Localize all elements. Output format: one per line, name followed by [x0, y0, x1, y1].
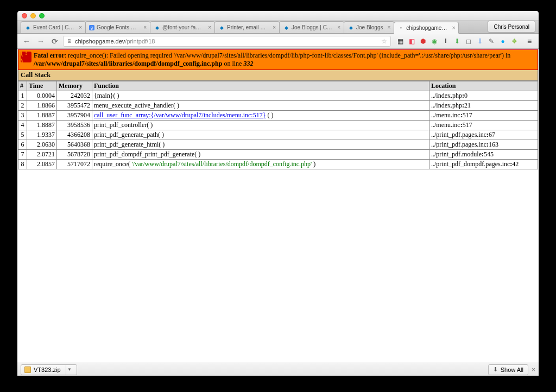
url-text: chipshopgame.dev/printpdf/18 — [75, 38, 378, 45]
row-time: 2.0630 — [27, 140, 57, 150]
col-time: Time — [27, 81, 57, 91]
row-num: 5 — [18, 130, 27, 140]
show-all-downloads-button[interactable]: ⬇ Show All — [488, 364, 528, 375]
row-location: ../index.php:21 — [429, 101, 538, 111]
minimize-window-button[interactable] — [30, 13, 36, 18]
row-time: 1.8887 — [27, 111, 57, 121]
row-num: 7 — [18, 150, 27, 160]
drupal-icon: ◆ — [348, 24, 354, 31]
row-memory: 5717072 — [57, 160, 92, 169]
chrome-menu-button[interactable]: ≡ — [523, 36, 535, 47]
zoom-window-button[interactable] — [39, 13, 45, 18]
forward-button[interactable]: → — [35, 36, 47, 47]
callstack-header: Call Stack — [18, 70, 538, 81]
row-num: 4 — [18, 121, 27, 130]
function-link[interactable]: call_user_func_array:{/var/www/drupal7/i… — [94, 111, 266, 119]
tab-font-your-face[interactable]: ◆ @font-your-face settings × — [150, 21, 215, 33]
zip-file-icon — [24, 366, 31, 373]
row-function: print_pdf_generate_html( ) — [92, 140, 429, 150]
tab-label: Joe Bloggs | Chip Shop — [292, 24, 333, 30]
ext-buffer-icon[interactable]: ▦ — [395, 36, 405, 46]
download-item[interactable]: VT323.zip ▼ — [21, 364, 77, 375]
table-row: 51.93374366208print_pdf_generate_path( )… — [18, 130, 538, 140]
profile-label: Chris Personal — [494, 24, 529, 30]
tab-joe-bloggs[interactable]: ◆ Joe Bloggs × — [344, 21, 394, 33]
url-path: /printpdf/18 — [125, 38, 155, 45]
url-host: chipshopgame.dev — [75, 38, 125, 45]
ext-green-icon[interactable]: ◉ — [429, 36, 439, 46]
table-row: 41.88873958536print_pdf_controller( )../… — [18, 121, 538, 130]
error-msg-text: : require_once(): Failed opening require… — [65, 52, 511, 59]
row-memory: 4366208 — [57, 130, 92, 140]
row-memory: 5678728 — [57, 150, 92, 160]
row-time: 2.0721 — [27, 150, 57, 160]
ext-down2-icon[interactable]: ⇩ — [475, 36, 485, 46]
tab-google-fonts[interactable]: g Google Fonts VT323 × — [85, 21, 150, 33]
download-arrow-icon: ⬇ — [493, 366, 498, 373]
profile-button[interactable]: Chris Personal — [488, 21, 535, 33]
download-menu-chevron-icon[interactable]: ▼ — [66, 365, 73, 375]
ext-box-icon[interactable]: ◻ — [464, 36, 473, 46]
row-location: ../menu.inc:517 — [429, 111, 538, 121]
table-row: 82.08575717072require_once( '/var/www/dr… — [18, 160, 538, 169]
downloads-bar: VT323.zip ▼ ⬇ Show All × — [17, 363, 539, 376]
row-time: 1.9337 — [27, 130, 57, 140]
ext-evernote-icon[interactable]: ✎ — [486, 36, 496, 46]
tab-label: @font-your-face settings — [162, 24, 204, 30]
row-function: call_user_func_array:{/var/www/drupal7/i… — [92, 111, 429, 121]
table-row: 72.07215678728print_pdf_dompdf_print_pdf… — [18, 150, 538, 160]
tab-joe-bloggs-chip[interactable]: ◆ Joe Bloggs | Chip Shop × — [279, 21, 344, 33]
table-header-row: # Time Memory Function Location — [18, 81, 538, 91]
ext-down-icon[interactable]: ⬇ — [452, 36, 462, 46]
error-message: Fatal error: require_once(): Failed open… — [34, 52, 535, 68]
page-viewport: ( ! ) Fatal error: require_once(): Faile… — [17, 49, 539, 363]
tab-label: Event Card | Chip Shop — [33, 24, 74, 30]
col-function: Function — [92, 81, 429, 91]
row-location: ../menu.inc:517 — [429, 121, 538, 130]
row-memory: 5640368 — [57, 140, 92, 150]
table-row: 31.88873957904call_user_func_array:{/var… — [18, 111, 538, 121]
row-time: 1.8887 — [27, 121, 57, 130]
col-num: # — [18, 81, 27, 91]
page-icon: ▫ — [397, 24, 404, 31]
site-info-icon[interactable]: 🗎 — [67, 38, 72, 44]
tab-printpdf[interactable]: ▫ chipshopgame.dev/print × — [394, 22, 459, 34]
row-num: 8 — [18, 160, 27, 169]
bookmark-star-icon[interactable]: ☆ — [381, 37, 387, 45]
row-num: 3 — [18, 111, 27, 121]
ext-green2-icon[interactable]: ❖ — [509, 36, 519, 46]
show-all-label: Show All — [501, 366, 523, 373]
close-icon[interactable]: × — [208, 24, 211, 30]
row-memory: 242032 — [57, 91, 92, 101]
error-badge-icon: ( ! ) — [21, 52, 31, 62]
close-icon[interactable]: × — [337, 24, 340, 30]
tab-label: Google Fonts VT323 — [97, 24, 139, 30]
close-icon[interactable]: × — [79, 24, 82, 30]
table-row: 10.0004242032{main}( )../index.php:0 — [18, 91, 538, 101]
close-downloads-bar-button[interactable]: × — [532, 366, 535, 374]
close-icon[interactable]: × — [452, 25, 455, 31]
drupal-icon: ◆ — [154, 24, 160, 31]
tab-label: Joe Bloggs — [356, 24, 383, 30]
close-icon[interactable]: × — [273, 24, 276, 30]
tab-printer-pdf[interactable]: ◆ Printer, email and PDF ve × — [214, 21, 280, 33]
col-memory: Memory — [57, 81, 92, 91]
row-function: menu_execute_active_handler( ) — [92, 101, 429, 111]
close-icon[interactable]: × — [387, 24, 390, 30]
ext-pocket-icon[interactable]: ◧ — [407, 36, 416, 46]
row-location: ../index.php:0 — [429, 91, 538, 101]
back-button[interactable]: ← — [21, 36, 33, 47]
tab-strip: ◆ Event Card | Chip Shop × g Google Font… — [17, 21, 539, 34]
close-window-button[interactable] — [22, 13, 27, 18]
ext-adblock-icon[interactable]: ⬢ — [418, 36, 428, 46]
reload-button[interactable]: ⟳ — [49, 36, 61, 47]
error-type: Fatal error — [34, 52, 65, 59]
row-function: require_once( '/var/www/drupal7/sites/al… — [92, 160, 429, 169]
ext-onepassword-icon[interactable]: I — [441, 36, 451, 46]
close-icon[interactable]: × — [143, 24, 147, 30]
row-function: print_pdf_controller( ) — [92, 121, 429, 130]
drupal-icon: ◆ — [283, 24, 289, 31]
address-bar[interactable]: 🗎 chipshopgame.dev/printpdf/18 ☆ — [63, 36, 391, 47]
ext-blue-icon[interactable]: ● — [498, 36, 508, 46]
tab-event-card[interactable]: ◆ Event Card | Chip Shop × — [21, 21, 86, 33]
